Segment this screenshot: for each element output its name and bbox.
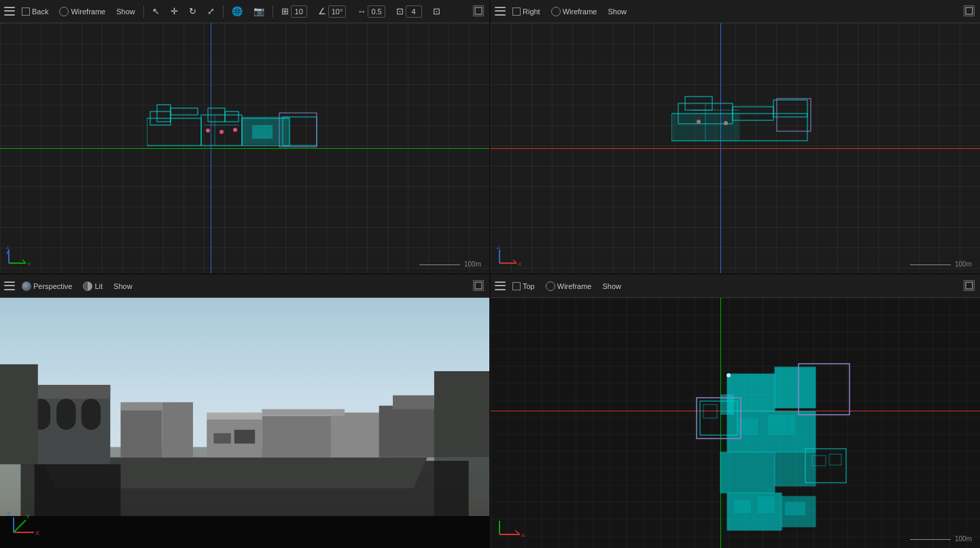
perspective-3d	[0, 298, 489, 548]
clamp-value: 4	[406, 5, 422, 18]
back-show-button[interactable]: Show	[112, 6, 139, 17]
grid-icon: ⊞	[281, 6, 289, 16]
svg-rect-83	[768, 415, 795, 435]
grid-button[interactable]: ⊞ 10	[277, 4, 311, 19]
viewport-grid: Back Wireframe Show ↖ ✛ ↻ ⤢	[0, 0, 980, 548]
zoom-button[interactable]: ↔ 0.5	[353, 4, 389, 19]
back-label: Back	[32, 7, 48, 16]
rotate-tool[interactable]: ↻	[185, 5, 200, 18]
svg-point-12	[220, 130, 224, 134]
back-maximize-icon	[474, 7, 483, 15]
back-wireframe-button[interactable]: Wireframe	[55, 5, 109, 18]
camera-button[interactable]: 📷	[249, 5, 268, 18]
back-scale: 100m	[419, 260, 481, 268]
right-wireframe-button[interactable]: Wireframe	[547, 5, 601, 18]
svg-rect-62	[213, 433, 230, 443]
perspective-maximize-button[interactable]	[473, 280, 484, 291]
svg-rect-63	[234, 430, 255, 443]
right-label: Right	[523, 7, 540, 16]
viewport-right: Right Wireframe Show	[491, 0, 980, 273]
right-view-button[interactable]: Right	[508, 6, 544, 17]
perspective-menu-button[interactable]	[4, 281, 15, 292]
svg-rect-53	[120, 403, 162, 411]
perspective-lit-button[interactable]: Lit	[79, 280, 107, 292]
perspective-show-button[interactable]: Show	[109, 281, 137, 292]
back-grid: 100m Y Z	[0, 23, 489, 273]
svg-text:Z: Z	[6, 246, 10, 250]
perspective-show-label: Show	[113, 282, 133, 290]
svg-rect-94	[785, 502, 805, 515]
svg-rect-47	[56, 399, 75, 430]
top-wireframe-button[interactable]: Wireframe	[542, 280, 596, 292]
back-canvas[interactable]: 100m Y Z	[0, 23, 489, 273]
right-menu-button[interactable]	[495, 6, 506, 17]
top-toolbar: Top Wireframe Show	[491, 275, 980, 298]
top-show-button[interactable]: Show	[598, 281, 625, 292]
svg-rect-48	[82, 399, 101, 430]
right-canvas[interactable]: 100m X Z	[491, 23, 980, 273]
right-toolbar: Right Wireframe Show	[491, 0, 980, 23]
camera-icon: 📷	[253, 6, 264, 16]
right-axis-indicator: X Z	[496, 246, 530, 270]
svg-rect-106	[966, 282, 973, 289]
svg-text:Y: Y	[497, 521, 501, 521]
zoom-icon: ↔	[357, 6, 366, 16]
back-maximize-button[interactable]	[473, 5, 484, 16]
cursor-icon: ↖	[152, 6, 160, 16]
svg-rect-52	[162, 403, 193, 458]
svg-rect-15	[252, 125, 273, 139]
top-view-button[interactable]: Top	[508, 281, 539, 292]
back-model	[147, 98, 364, 166]
move-tool[interactable]: ✛	[167, 5, 182, 18]
svg-rect-2	[157, 105, 171, 122]
top-canvas[interactable]: 100m X Y	[491, 298, 980, 548]
svg-rect-50	[0, 364, 38, 464]
perspective-maximize-icon	[474, 281, 483, 290]
scale-tool[interactable]: ⤢	[203, 5, 219, 18]
svg-rect-80	[703, 405, 717, 418]
sep3	[273, 5, 273, 18]
top-maximize-button[interactable]	[964, 280, 975, 291]
perspective-canvas[interactable]: X Y Z	[0, 298, 489, 548]
svg-rect-87	[720, 452, 775, 493]
right-maximize-button[interactable]	[964, 5, 975, 16]
scale-icon: ⤢	[207, 6, 215, 16]
perspective-view-button[interactable]: Perspective	[18, 280, 76, 292]
top-maximize-icon	[965, 281, 973, 290]
svg-rect-6	[225, 112, 239, 122]
svg-text:Z: Z	[7, 512, 11, 517]
top-model	[686, 360, 877, 548]
svg-point-11	[206, 129, 210, 133]
zoom-value: 0.5	[368, 5, 385, 18]
angle-value: 10°	[328, 5, 347, 18]
right-maximize-icon	[965, 7, 973, 15]
perspective-lit-icon	[83, 281, 92, 291]
select-tool[interactable]: ↖	[148, 5, 164, 18]
back-menu-button[interactable]	[4, 6, 15, 17]
top-menu-button[interactable]	[495, 281, 506, 292]
perspective-label: Perspective	[33, 282, 72, 290]
svg-text:X: X	[518, 261, 522, 267]
svg-marker-66	[0, 516, 489, 548]
svg-text:X: X	[521, 532, 525, 538]
move-icon: ✛	[171, 6, 178, 16]
svg-rect-99	[829, 454, 841, 465]
angle-button[interactable]: ∠ 10°	[314, 4, 351, 19]
back-window-button[interactable]: ⊡	[429, 5, 444, 18]
svg-point-13	[233, 128, 237, 132]
back-axis-indicator: Y Z	[5, 246, 39, 270]
top-mode-label: Wireframe	[557, 282, 592, 290]
window-icon: ⊡	[433, 6, 440, 16]
svg-text:Y: Y	[26, 513, 30, 520]
svg-rect-60	[393, 395, 434, 409]
sep2	[223, 5, 224, 18]
svg-rect-0	[147, 118, 201, 145]
svg-text:X: X	[35, 530, 39, 536]
back-view-button[interactable]: Back	[18, 6, 52, 17]
clamp-button[interactable]: ⊡ 4	[392, 4, 426, 19]
world-button[interactable]: 🌐	[228, 5, 247, 18]
right-show-button[interactable]: Show	[603, 6, 631, 17]
svg-rect-28	[773, 100, 807, 117]
grid-number: 10	[291, 5, 307, 18]
right-wireframe-icon	[551, 7, 561, 16]
